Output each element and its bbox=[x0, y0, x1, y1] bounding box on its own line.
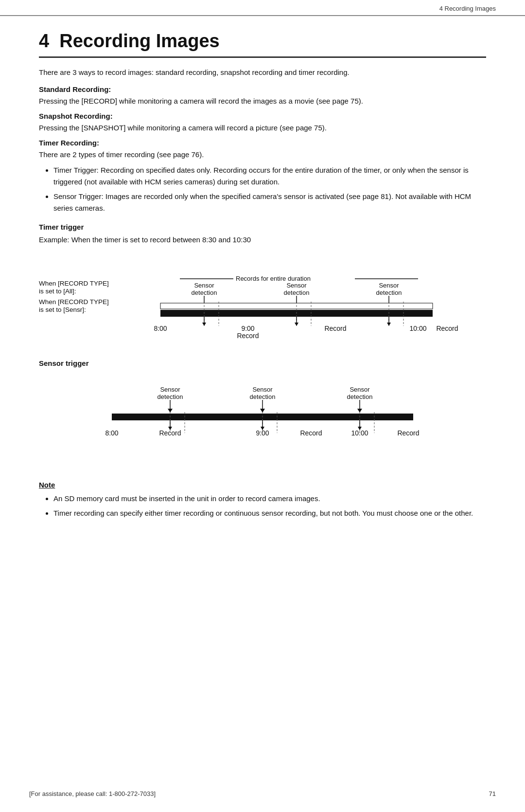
svg-text:Record: Record bbox=[324, 325, 346, 332]
svg-text:detection: detection bbox=[250, 393, 276, 400]
svg-text:10:00: 10:00 bbox=[409, 325, 426, 332]
svg-text:detection: detection bbox=[347, 393, 373, 400]
svg-text:10:00: 10:00 bbox=[351, 429, 368, 437]
svg-marker-38 bbox=[387, 323, 391, 326]
note-heading: Note bbox=[39, 481, 486, 489]
svg-text:Sensor: Sensor bbox=[350, 386, 370, 393]
sensor-trigger-heading: Sensor trigger bbox=[39, 359, 486, 367]
svg-text:8:00: 8:00 bbox=[105, 429, 118, 437]
svg-text:Records for entire duration: Records for entire duration bbox=[236, 275, 311, 282]
sensor-trigger-svg: Sensor detection Sensor detection Sensor… bbox=[39, 372, 486, 469]
svg-text:Sensor: Sensor bbox=[252, 386, 273, 393]
standard-recording-heading: Standard Recording: bbox=[39, 85, 486, 93]
timer-recording-heading: Timer Recording: bbox=[39, 139, 486, 147]
footer-right: 71 bbox=[489, 790, 496, 797]
sensor-trigger-diagram: Sensor detection Sensor detection Sensor… bbox=[39, 372, 486, 471]
svg-text:Record: Record bbox=[237, 332, 259, 340]
svg-text:detection: detection bbox=[284, 289, 310, 296]
note-bullets: An SD memory card must be inserted in th… bbox=[53, 493, 486, 519]
intro-text: There are 3 ways to record images: stand… bbox=[39, 67, 486, 78]
timer-trigger-svg: When [RECORD TYPE] is set to [All]: When… bbox=[39, 251, 486, 348]
svg-text:is set to [Sensr]:: is set to [Sensr]: bbox=[39, 306, 86, 313]
chapter-number: 4 bbox=[39, 31, 49, 51]
svg-text:Sensor: Sensor bbox=[160, 386, 180, 393]
timer-trigger-example: Example: When the timer is set to record… bbox=[39, 234, 486, 246]
main-content: 4 Recording Images There are 3 ways to r… bbox=[0, 16, 525, 564]
timer-recording-bullets: Timer Trigger: Recording on specified da… bbox=[53, 164, 486, 214]
footer-left: [For assistance, please call: 1-800-272-… bbox=[29, 790, 156, 797]
chapter-title-text: Recording Images bbox=[59, 31, 219, 51]
chapter-title: 4 Recording Images bbox=[39, 31, 486, 58]
bullet-item-timer: Timer Trigger: Recording on specified da… bbox=[53, 164, 486, 188]
svg-marker-42 bbox=[168, 409, 173, 413]
note-bullet-2: Timer recording can specify either timer… bbox=[53, 507, 486, 519]
timer-trigger-heading: Timer trigger bbox=[39, 223, 486, 231]
svg-marker-36 bbox=[295, 323, 298, 326]
timer-recording-intro: There are 2 types of timer recording (se… bbox=[39, 149, 486, 161]
svg-text:When [RECORD TYPE]: When [RECORD TYPE] bbox=[39, 298, 109, 306]
page-footer: [For assistance, please call: 1-800-272-… bbox=[0, 790, 525, 797]
svg-text:detection: detection bbox=[192, 289, 217, 296]
svg-text:Sensor: Sensor bbox=[379, 282, 399, 289]
svg-text:Record: Record bbox=[436, 325, 458, 332]
svg-text:Sensor: Sensor bbox=[194, 282, 214, 289]
svg-text:Record: Record bbox=[159, 429, 181, 437]
note-section: Note An SD memory card must be inserted … bbox=[39, 481, 486, 519]
timer-trigger-diagram: When [RECORD TYPE] is set to [All]: When… bbox=[39, 251, 486, 349]
svg-text:Record: Record bbox=[300, 429, 322, 437]
svg-text:is set to [All]:: is set to [All]: bbox=[39, 288, 76, 295]
svg-text:detection: detection bbox=[158, 393, 183, 400]
svg-text:9:00: 9:00 bbox=[241, 325, 254, 332]
header-text: 4 Recording Images bbox=[439, 5, 496, 12]
svg-text:detection: detection bbox=[376, 289, 402, 296]
snapshot-recording-heading: Snapshot Recording: bbox=[39, 112, 486, 120]
svg-marker-46 bbox=[260, 409, 265, 413]
svg-text:When [RECORD TYPE]: When [RECORD TYPE] bbox=[39, 280, 109, 287]
svg-text:9:00: 9:00 bbox=[256, 429, 269, 437]
svg-text:8:00: 8:00 bbox=[154, 325, 167, 332]
svg-marker-50 bbox=[357, 409, 362, 413]
svg-text:Sensor: Sensor bbox=[286, 282, 307, 289]
note-bullet-1: An SD memory card must be inserted in th… bbox=[53, 493, 486, 505]
snapshot-recording-body: Pressing the [SNAPSHOT] while monitoring… bbox=[39, 122, 486, 134]
bullet-item-sensor: Sensor Trigger: Images are recorded only… bbox=[53, 191, 486, 214]
svg-text:Record: Record bbox=[397, 429, 419, 437]
standard-recording-body: Pressing the [RECORD] while monitoring a… bbox=[39, 95, 486, 107]
page-header: 4 Recording Images bbox=[0, 0, 525, 16]
svg-marker-34 bbox=[202, 323, 206, 326]
